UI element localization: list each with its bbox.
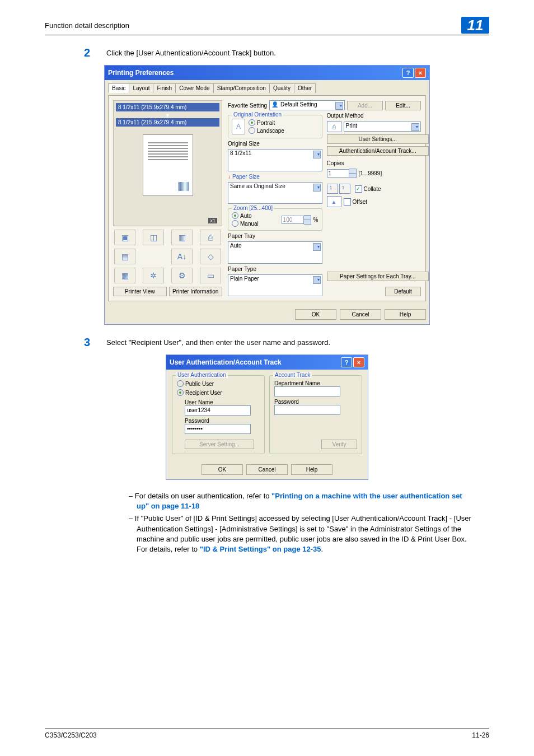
user-auth-dialog: User Authentication/Account Track ? × Us… <box>166 354 368 480</box>
step-text-3: Select "Recipient User", and then enter … <box>106 336 330 349</box>
tab-other[interactable]: Other <box>294 83 316 93</box>
step-text-2: Click the [User Authentication/Account T… <box>106 46 276 59</box>
offset-icon: ▲ <box>327 196 341 207</box>
auth-dialog-title: User Authentication/Account Track <box>170 358 282 366</box>
ok-button[interactable]: OK <box>202 464 243 475</box>
feature-icon[interactable]: ▭ <box>200 268 221 283</box>
zoom-spinner[interactable]: 100 <box>282 215 311 225</box>
copies-range: [1...9999] <box>359 170 382 176</box>
feature-icon[interactable]: ▥ <box>171 230 193 245</box>
acct-password-input[interactable] <box>274 405 340 415</box>
ok-button[interactable]: OK <box>295 309 336 320</box>
tab-layout[interactable]: Layout <box>129 83 153 93</box>
paper-settings-button[interactable]: Paper Settings for Each Tray... <box>327 272 429 281</box>
favorite-setting-label: Favorite Setting <box>228 102 267 109</box>
section-title: Function detail description <box>45 21 129 30</box>
zoom-auto-radio[interactable]: Auto <box>232 212 279 219</box>
link-id-print[interactable]: "ID & Print Settings" on page 12-35 <box>200 545 321 553</box>
output-method-select[interactable]: Print▾ <box>344 122 421 132</box>
portrait-radio[interactable]: Portrait <box>249 119 284 126</box>
help-icon[interactable]: ? <box>402 68 414 78</box>
copies-label: Copies <box>327 160 421 166</box>
step-number-3: 3 <box>84 336 106 349</box>
output-method-label: Output Method <box>327 113 421 119</box>
collate-icon <box>327 184 338 194</box>
feature-icon[interactable]: ◫ <box>143 230 164 245</box>
offset-checkbox[interactable]: Offset <box>344 198 368 206</box>
add-button[interactable]: Add... <box>347 101 383 110</box>
preview-panel: 8 1/2x11 (215.9x279.4 mm) ▼ 8 1/2x11 (21… <box>113 100 222 226</box>
favorite-setting-select[interactable]: 👤Default Setting▾ <box>269 100 345 110</box>
paper-size-select[interactable]: Same as Original Size▾ <box>228 182 322 204</box>
feature-icon[interactable]: ✲ <box>143 268 164 283</box>
tab-cover-mode[interactable]: Cover Mode <box>175 83 213 93</box>
password-input[interactable]: •••••••• <box>185 424 251 434</box>
user-name-input[interactable]: user1234 <box>185 405 251 416</box>
acct-password-label: Password <box>274 399 357 405</box>
step-number-2: 2 <box>84 46 106 59</box>
preview-size-bottom: 8 1/2x11 (215.9x279.4 mm) <box>116 118 219 127</box>
zoom-manual-radio[interactable]: Manual <box>232 220 279 227</box>
help-button[interactable]: Help <box>291 464 332 475</box>
cancel-button[interactable]: Cancel <box>340 309 381 320</box>
tab-basic[interactable]: Basic <box>108 83 129 93</box>
default-button[interactable]: Default <box>385 287 421 296</box>
note-item: For details on user authentication, refe… <box>129 491 472 511</box>
footer-model: C353/C253/C203 <box>45 731 97 739</box>
printer-view-button[interactable]: Printer View <box>113 287 167 296</box>
close-icon[interactable]: × <box>353 357 364 367</box>
portrait-icon: A <box>232 119 245 134</box>
feature-icon[interactable]: ⎙ <box>200 230 221 245</box>
feature-icon[interactable]: ▤ <box>114 249 135 264</box>
page-preview-icon <box>143 134 193 196</box>
user-auth-legend: User Authentication <box>176 372 228 378</box>
collate-icon <box>339 184 350 194</box>
feature-icon[interactable]: A↓ <box>171 249 193 264</box>
printer-information-button[interactable]: Printer Information <box>169 287 223 296</box>
paper-size-label: ↓Paper Size <box>228 174 322 180</box>
user-settings-button[interactable]: User Settings... <box>327 134 429 144</box>
dialog-title: Printing Preferences <box>108 69 174 77</box>
dept-name-input[interactable] <box>274 386 340 396</box>
original-size-select[interactable]: 8 1/2x11▾ <box>228 149 322 171</box>
close-icon[interactable]: × <box>415 68 426 78</box>
zoom-indicator: x1 <box>208 218 217 223</box>
copies-spinner[interactable]: 1 <box>327 169 357 178</box>
paper-tray-label: Paper Tray <box>228 233 322 239</box>
feature-icon[interactable]: ◇ <box>200 249 221 264</box>
server-setting-button[interactable]: Server Setting... <box>185 440 254 449</box>
tabs: Basic Layout Finish Cover Mode Stamp/Com… <box>108 83 426 93</box>
feature-icon[interactable]: ▦ <box>114 268 135 283</box>
paper-tray-select[interactable]: Auto▾ <box>228 241 322 264</box>
paper-type-select[interactable]: Plain Paper▾ <box>228 274 322 297</box>
cancel-button[interactable]: Cancel <box>246 464 288 475</box>
paper-type-label: Paper Type <box>228 266 322 272</box>
tab-stamp[interactable]: Stamp/Composition <box>213 83 270 93</box>
edit-button[interactable]: Edit... <box>385 101 421 110</box>
auth-account-track-button[interactable]: Authentication/Account Track... <box>327 146 429 156</box>
chapter-number: 11 <box>461 17 489 34</box>
note-item: If "Public User" of [ID & Print Settings… <box>129 514 472 554</box>
help-icon[interactable]: ? <box>341 357 352 367</box>
original-size-label: Original Size <box>228 141 322 147</box>
feature-icon[interactable]: ▣ <box>114 230 135 245</box>
dept-name-label: Department Name <box>274 380 357 386</box>
zoom-legend: Zoom [25...400] <box>232 205 274 211</box>
feature-icon[interactable]: ⚙ <box>171 268 193 283</box>
print-icon: ⎙ <box>327 121 341 132</box>
recipient-user-radio[interactable]: Recipient User <box>177 389 260 396</box>
tab-finish[interactable]: Finish <box>153 83 176 93</box>
help-button[interactable]: Help <box>385 309 426 320</box>
user-name-label: User Name <box>185 399 260 405</box>
orientation-legend: Original Orientation <box>232 111 283 118</box>
landscape-radio[interactable]: Landscape <box>249 127 284 134</box>
password-label: Password <box>185 418 260 424</box>
collate-checkbox[interactable]: ✓Collate <box>355 185 381 193</box>
printing-preferences-dialog: Printing Preferences ? × Basic Layout Fi… <box>104 65 430 325</box>
tab-quality[interactable]: Quality <box>269 83 294 93</box>
footer-page: 11-26 <box>472 731 489 739</box>
public-user-radio[interactable]: Public User <box>177 380 260 387</box>
verify-button[interactable]: Verify <box>321 440 357 449</box>
notes-list: For details on user authentication, refe… <box>106 491 472 554</box>
account-track-legend: Account Track <box>273 372 312 378</box>
